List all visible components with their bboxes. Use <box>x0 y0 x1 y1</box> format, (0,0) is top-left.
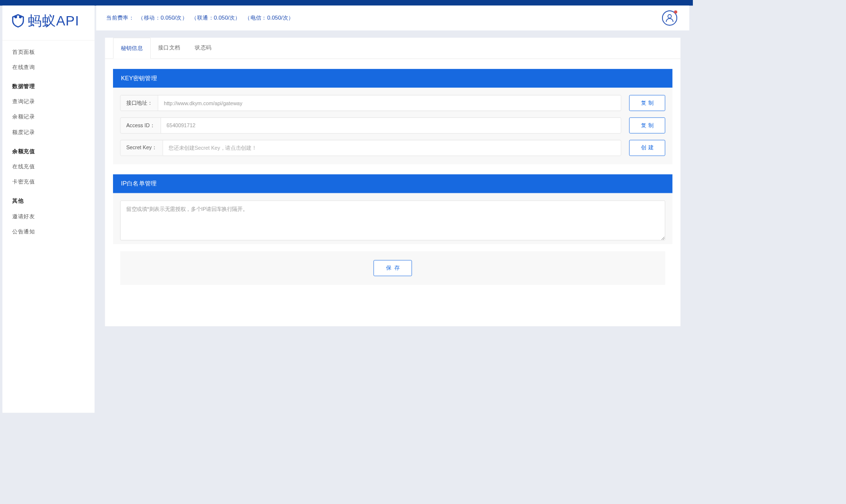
whitelist-section-body <box>113 193 672 244</box>
nav-query-records[interactable]: 查询记录 <box>2 94 94 109</box>
access-id-label: Access ID： <box>121 118 161 133</box>
rate-telecom: （电信：0.050/次） <box>245 14 294 21</box>
sidebar: 蚂蚁API 首页面板 在线查询 数据管理 查询记录 余额记录 额度记录 余额充值… <box>2 5 94 412</box>
rate-prefix: 当前费率： <box>106 14 134 21</box>
nav-quota-records[interactable]: 额度记录 <box>2 125 94 140</box>
copy-api-url-button[interactable]: 复制 <box>629 95 665 111</box>
nav-invite[interactable]: 邀请好友 <box>2 209 94 224</box>
main-area: 当前费率： （移动：0.050/次） （联通：0.050/次） （电信：0.05… <box>96 5 689 412</box>
nav-group-data: 数据管理 <box>2 79 94 94</box>
user-icon <box>664 13 675 23</box>
nav-online-recharge[interactable]: 在线充值 <box>2 159 94 174</box>
copy-access-id-button[interactable]: 复制 <box>629 117 665 134</box>
user-avatar[interactable] <box>662 10 677 25</box>
svg-point-2 <box>668 15 671 18</box>
logo-icon <box>10 13 25 28</box>
key-section-title: KEY密钥管理 <box>113 69 672 88</box>
logo[interactable]: 蚂蚁API <box>2 5 94 40</box>
tab-key-info[interactable]: 秘钥信息 <box>113 38 151 59</box>
api-url-input[interactable] <box>159 95 621 111</box>
tabs: 秘钥信息 接口文档 状态码 <box>105 38 681 59</box>
nav-group-other: 其他 <box>2 194 94 209</box>
access-id-group: Access ID： <box>120 117 621 134</box>
nav-list: 首页面板 在线查询 数据管理 查询记录 余额记录 额度记录 余额充值 在线充值 … <box>2 41 94 243</box>
nav-notice[interactable]: 公告通知 <box>2 224 94 239</box>
api-url-group: 接口地址： <box>120 95 621 111</box>
svg-point-0 <box>14 16 17 18</box>
row-secret-key: Secret Key： 创建 <box>120 140 665 156</box>
nav-home[interactable]: 首页面板 <box>2 45 94 60</box>
secret-key-label: Secret Key： <box>121 140 163 156</box>
api-url-label: 接口地址： <box>121 95 159 111</box>
content-wrap: 秘钥信息 接口文档 状态码 KEY密钥管理 接口地址： 复制 <box>96 30 689 333</box>
nav-balance-records[interactable]: 余额记录 <box>2 110 94 125</box>
nav-online-query[interactable]: 在线查询 <box>2 60 94 75</box>
row-access-id: Access ID： 复制 <box>120 117 665 134</box>
whitelist-section: IP白名单管理 保存 <box>105 164 681 285</box>
rate-mobile: （移动：0.050/次） <box>138 14 187 21</box>
logo-text: 蚂蚁API <box>28 12 79 30</box>
nav-card-recharge[interactable]: 卡密充值 <box>2 174 94 189</box>
secret-key-group: Secret Key： <box>120 140 621 156</box>
content-card: 秘钥信息 接口文档 状态码 KEY密钥管理 接口地址： 复制 <box>105 38 681 326</box>
ip-whitelist-textarea[interactable] <box>120 201 665 241</box>
save-row: 保存 <box>120 252 665 285</box>
nav-group-recharge: 余额充值 <box>2 144 94 159</box>
whitelist-section-title: IP白名单管理 <box>113 174 672 193</box>
top-accent-bar <box>0 0 693 5</box>
rate-info: 当前费率： （移动：0.050/次） （联通：0.050/次） （电信：0.05… <box>106 14 297 22</box>
key-section: KEY密钥管理 接口地址： 复制 Access ID： <box>105 59 681 164</box>
tab-api-docs[interactable]: 接口文档 <box>151 38 187 59</box>
app-frame: 蚂蚁API 首页面板 在线查询 数据管理 查询记录 余额记录 额度记录 余额充值… <box>0 0 693 413</box>
row-api-url: 接口地址： 复制 <box>120 95 665 111</box>
header-bar: 当前费率： （移动：0.050/次） （联通：0.050/次） （电信：0.05… <box>96 5 689 30</box>
access-id-input[interactable] <box>161 118 621 133</box>
create-secret-key-button[interactable]: 创建 <box>629 140 665 156</box>
save-button[interactable]: 保存 <box>373 260 412 276</box>
tab-status-codes[interactable]: 状态码 <box>187 38 219 59</box>
notification-badge-icon <box>674 10 678 14</box>
rate-unicom: （联通：0.050/次） <box>191 14 241 21</box>
svg-point-1 <box>19 16 22 18</box>
secret-key-input[interactable] <box>163 140 621 156</box>
key-section-body: 接口地址： 复制 Access ID： 复制 <box>113 88 672 164</box>
